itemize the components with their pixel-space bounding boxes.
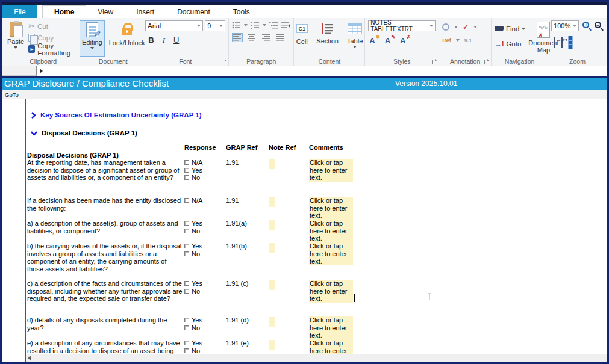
comment-field[interactable]: Click or tap here to enter text. (309, 242, 353, 265)
note-ref-field[interactable] (269, 317, 275, 327)
response-checkbox-no[interactable]: No (184, 347, 226, 354)
zoom-out-icon[interactable]: − (595, 22, 603, 30)
align-justify-button[interactable] (275, 33, 286, 42)
zoom-in-icon[interactable]: + (582, 22, 591, 30)
section-button[interactable]: Section (314, 20, 340, 57)
response-checkbox-yes[interactable]: Yes (184, 220, 226, 227)
checkbox-icon[interactable] (184, 221, 189, 226)
tickmark-icon[interactable]: ✓ (463, 23, 469, 31)
document-page[interactable]: Key Sources Of Estimation Uncertainty (G… (26, 99, 607, 354)
table-button[interactable]: Table (345, 20, 364, 57)
chevron-right-icon[interactable] (31, 112, 36, 119)
comment-field[interactable]: Click or tap here to enter text. (309, 220, 353, 242)
response-checkbox-yes[interactable]: Yes (184, 167, 226, 174)
tab-scroll-right-icon[interactable] (40, 69, 43, 73)
checkbox-icon[interactable] (184, 244, 189, 248)
table-dropdown-icon[interactable] (353, 46, 357, 48)
goto-panel-label[interactable]: GoTo (5, 91, 19, 98)
underline-button[interactable]: U (173, 35, 179, 45)
full-page-button[interactable] (568, 36, 573, 49)
bold-button[interactable]: B (148, 35, 154, 45)
comment-field[interactable]: Click or tap here to enter text. (309, 280, 353, 303)
checkbox-icon[interactable] (184, 160, 189, 165)
response-checkbox-yes[interactable]: Yes (184, 280, 226, 288)
reference-dropdown-icon[interactable] (456, 39, 460, 42)
checkbox-icon[interactable] (184, 198, 189, 203)
chevron-down-icon[interactable] (31, 131, 37, 136)
response-checkbox-no[interactable]: No (184, 174, 226, 182)
styles-dialog-launcher[interactable] (432, 60, 437, 64)
checkbox-icon[interactable] (184, 175, 189, 180)
note-ref-field[interactable] (269, 159, 275, 169)
goto-button[interactable]: →I Goto (495, 39, 525, 48)
align-center-button[interactable] (246, 33, 257, 42)
comment-field[interactable]: Click or tap here to enter text. (309, 339, 353, 354)
italic-button[interactable]: I (163, 35, 165, 45)
editing-mode-button[interactable]: Editing (80, 20, 105, 57)
annotation-dialog-launcher[interactable] (484, 60, 489, 64)
delete-style-button[interactable]: A (400, 36, 409, 45)
response-checkbox-no[interactable]: No (184, 250, 226, 258)
comment-icon[interactable] (442, 23, 449, 31)
fit-width-button[interactable] (554, 37, 556, 49)
cut-button[interactable]: ✂ Cut (28, 22, 81, 31)
note-ref-field[interactable] (269, 243, 275, 253)
response-checkbox-yes[interactable]: Yes (184, 339, 226, 347)
checkbox-icon[interactable] (184, 251, 189, 256)
zoom-level-select[interactable]: 100% (551, 20, 579, 31)
tab-file[interactable]: File (2, 5, 37, 18)
bullet-list-button[interactable] (232, 20, 241, 29)
response-checkbox-na[interactable]: N/A (184, 159, 226, 167)
response-checkbox-no[interactable]: No (184, 227, 226, 235)
tab-view[interactable]: View (86, 5, 125, 18)
edit-style-button[interactable]: A (385, 36, 394, 45)
comment-field[interactable]: Click or tap here to enter text. (309, 197, 353, 220)
tab-insert[interactable]: Insert (125, 5, 166, 18)
response-checkbox-no[interactable]: No (184, 288, 226, 295)
style-select[interactable]: NOTES-TABLETEXTRT (368, 20, 436, 31)
checkbox-icon[interactable] (184, 229, 189, 233)
note-ref-field[interactable] (269, 220, 275, 230)
tab-tools[interactable]: Tools (222, 5, 261, 18)
lock-unlock-button[interactable]: Lock/Unlock (107, 20, 147, 57)
align-right-button[interactable] (261, 33, 272, 42)
font-dialog-launcher[interactable] (222, 60, 226, 64)
copy-button[interactable]: Copy (28, 33, 81, 42)
checkbox-icon[interactable] (184, 341, 189, 345)
find-dropdown-icon[interactable] (522, 28, 525, 30)
font-size-select[interactable]: 9 (205, 20, 225, 31)
checkbox-icon[interactable] (184, 281, 189, 286)
checkbox-icon[interactable] (184, 318, 189, 322)
checkbox-icon[interactable] (184, 289, 189, 294)
response-checkbox-yes[interactable]: Yes (184, 242, 226, 250)
align-left-button[interactable] (232, 33, 243, 42)
response-checkbox-na[interactable]: N/A (184, 197, 226, 205)
numbered-list-dropdown-icon[interactable] (263, 24, 266, 26)
note-ref-field[interactable] (269, 340, 275, 350)
response-checkbox-no[interactable]: No (184, 324, 226, 332)
font-family-select[interactable]: Arial (145, 20, 203, 31)
comment-dropdown-icon[interactable] (454, 26, 458, 28)
tickmark-dropdown-icon[interactable] (473, 26, 477, 28)
note-ref-field[interactable] (269, 197, 275, 207)
editing-dropdown-icon[interactable] (90, 47, 94, 49)
response-checkbox-yes[interactable]: Yes (184, 316, 226, 324)
find-button[interactable]: Find (495, 24, 525, 33)
scroll-left-icon[interactable] (28, 356, 31, 360)
checkbox-icon[interactable] (184, 325, 189, 330)
cell-button[interactable]: C1 Cell (294, 20, 310, 57)
goto-side-panel[interactable] (2, 99, 26, 354)
checkbox-icon[interactable] (184, 168, 189, 173)
paste-dropdown-icon[interactable] (14, 46, 17, 49)
multilevel-list-button[interactable] (269, 20, 278, 29)
copy-formatting-button[interactable]: F Copy Formatting (28, 45, 81, 54)
comment-field[interactable]: Click or tap here to enter text. (309, 316, 353, 339)
comment-field[interactable]: Click or tap here to enter text. (309, 159, 353, 182)
reference-button[interactable]: Ref (442, 37, 451, 43)
paragraph-direction-button[interactable] (281, 20, 290, 29)
tab-document[interactable]: Document (166, 5, 222, 18)
horizontal-scrollbar[interactable] (26, 354, 607, 362)
paste-button[interactable]: Paste (5, 20, 26, 57)
section-heading-collapsed[interactable]: Key Sources Of Estimation Uncertainty (G… (31, 111, 607, 119)
section-heading-expanded[interactable]: Disposal Decisions (GRAP 1) (31, 129, 607, 137)
